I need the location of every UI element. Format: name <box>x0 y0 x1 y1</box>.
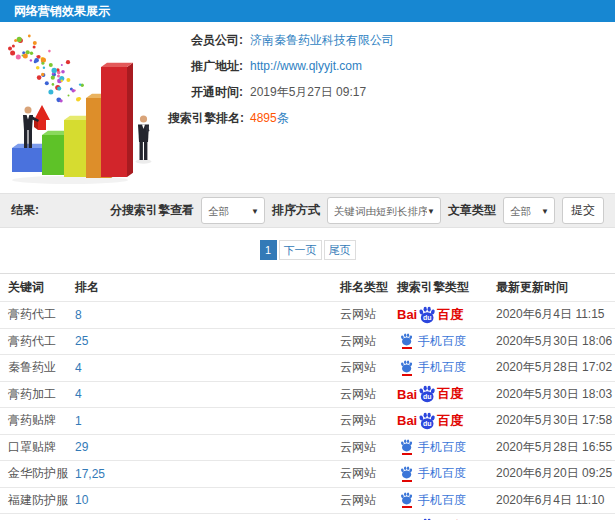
rank-type-cell: 云网站 <box>340 412 397 429</box>
baidu-mobile-logo: 手机百度 <box>400 465 466 482</box>
rank-cell: 25 <box>75 334 340 348</box>
rank-type-cell: 云网站 <box>340 492 397 509</box>
baidu-paw-icon: du <box>418 385 436 403</box>
baidu-mobile-label: 手机百度 <box>418 439 466 456</box>
submit-button[interactable]: 提交 <box>562 197 604 224</box>
rank-cell: 4 <box>75 361 340 375</box>
table-row: 膏药代工 8 云网站 Bai du 百度 2020年6月4日 11:15 <box>0 302 615 329</box>
rank-cell: 8 <box>75 308 340 322</box>
rank-link[interactable]: 17,25 <box>75 467 105 481</box>
pagination: 1 下一页 尾页 <box>0 240 615 260</box>
engine-type-cell: Bai du 百度 <box>397 306 490 324</box>
summary-section: 会员公司: 济南秦鲁药业科技有限公司 推广地址: http://www.qlyy… <box>0 22 615 193</box>
article-type-select[interactable]: 全部 <box>504 198 554 223</box>
company-label: 会员公司: <box>168 32 243 49</box>
engine-type-cell: 手机百度 <box>397 492 490 509</box>
engine-type-cell: 手机百度 <box>397 465 490 482</box>
baidu-mobile-paw-icon <box>400 492 413 508</box>
rank-cell: 17,25 <box>75 467 340 481</box>
info-row-opentime: 开通时间: 2019年5月27日 09:17 <box>168 79 394 105</box>
update-time-cell: 2020年5月30日 18:06 <box>490 333 615 350</box>
baidu-paw-icon: du <box>418 306 436 324</box>
filter-controls: 分搜索引擎查看 全部 ▼ 排序方式 关键词由短到长排序 ▼ 文章类型 全部 ▼ … <box>110 197 604 224</box>
rank-count-number: 4895 <box>250 111 277 125</box>
update-time-cell: 2020年5月30日 18:03 <box>490 386 615 403</box>
table-row: 口罩贴牌 29 云网站 手机百度 2020年5月28日 16:55 <box>0 435 615 462</box>
engine-type-cell: 手机百度 <box>397 333 490 350</box>
baidu-pc-logo: Bai du 百度 <box>397 412 463 430</box>
baidu-mobile-label: 手机百度 <box>418 465 466 482</box>
result-label: 结果: <box>11 202 39 219</box>
promotion-url-link[interactable]: http://www.qlyyjt.com <box>250 59 362 73</box>
rank-type-cell: 云网站 <box>340 465 397 482</box>
url-label: 推广地址: <box>168 58 243 75</box>
engine-type-cell: 手机百度 <box>397 439 490 456</box>
update-time-cell: 2020年6月4日 11:15 <box>490 306 615 323</box>
baidu-mobile-label: 手机百度 <box>418 333 466 350</box>
keyword-cell: 秦鲁药业 <box>8 359 75 376</box>
table-header-row: 关键词 排名 排名类型 搜索引擎类型 最新更新时间 <box>0 273 615 302</box>
baidu-mobile-paw-icon <box>400 466 413 482</box>
keyword-cell: 福建防护服 <box>8 492 75 509</box>
rank-type-cell: 云网站 <box>340 386 397 403</box>
up-arrow <box>34 105 50 130</box>
company-info: 会员公司: 济南秦鲁药业科技有限公司 推广地址: http://www.qlyy… <box>168 27 394 131</box>
rank-link[interactable]: 29 <box>75 440 88 454</box>
update-time-cell: 2020年6月20日 09:25 <box>490 465 615 482</box>
rank-link[interactable]: 4 <box>75 361 82 375</box>
last-page-button[interactable]: 尾页 <box>324 240 356 260</box>
rankcount-value: 4895条 <box>250 110 289 127</box>
rank-link[interactable]: 1 <box>75 414 82 428</box>
baidu-mobile-paw-icon <box>400 333 413 349</box>
col-header-keyword: 关键词 <box>8 279 75 296</box>
table-row: 福建防护服 10 云网站 手机百度 2020年6月4日 11:10 <box>0 488 615 515</box>
update-time-cell: 2020年5月28日 16:55 <box>490 439 615 456</box>
rank-link[interactable]: 10 <box>75 493 88 507</box>
baidu-mobile-label: 手机百度 <box>418 359 466 376</box>
rank-cell: 10 <box>75 493 340 507</box>
rank-cell: 4 <box>75 387 340 401</box>
engine-type-cell: Bai du 百度 <box>397 412 490 430</box>
engine-type-cell: 手机百度 <box>397 359 490 376</box>
rank-link[interactable]: 25 <box>75 334 88 348</box>
rank-link[interactable]: 4 <box>75 387 82 401</box>
opentime-value: 2019年5月27日 09:17 <box>250 84 366 101</box>
engine-type-cell: Bai du 百度 <box>397 385 490 403</box>
table-row: 秦鲁药业 4 云网站 手机百度 2020年5月28日 17:02 <box>0 355 615 382</box>
baidu-paw-icon: du <box>418 412 436 430</box>
company-name-link[interactable]: 济南秦鲁药业科技有限公司 <box>250 32 394 49</box>
info-row-url: 推广地址: http://www.qlyyjt.com <box>168 53 394 79</box>
baidu-mobile-paw-icon <box>400 439 413 455</box>
article-type-label: 文章类型 <box>448 202 496 219</box>
rank-cell: 29 <box>75 440 340 454</box>
filter-bar: 结果: 分搜索引擎查看 全部 ▼ 排序方式 关键词由短到长排序 ▼ 文章类型 全… <box>0 193 615 228</box>
update-time-cell: 2020年5月30日 17:58 <box>490 412 615 429</box>
baidu-mobile-label: 手机百度 <box>418 492 466 509</box>
opentime-label: 开通时间: <box>168 84 243 101</box>
col-header-updatetime: 最新更新时间 <box>490 279 615 296</box>
baidu-mobile-logo: 手机百度 <box>400 492 466 509</box>
engine-filter-select[interactable]: 全部 <box>202 198 264 223</box>
results-table: 关键词 排名 排名类型 搜索引擎类型 最新更新时间 膏药代工 8 云网站 Bai… <box>0 273 615 520</box>
bar-chart-illustration <box>8 34 160 190</box>
top-header-bar: 网络营销效果展示 <box>0 0 615 22</box>
sort-select[interactable]: 关键词由短到长排序 <box>328 198 440 223</box>
rank-link[interactable]: 8 <box>75 308 82 322</box>
update-time-cell: 2020年5月28日 17:02 <box>490 359 615 376</box>
page-1-button[interactable]: 1 <box>260 240 277 260</box>
keyword-cell: 膏药贴牌 <box>8 412 75 429</box>
keyword-cell: 口罩贴牌 <box>8 439 75 456</box>
keyword-cell: 膏药加工 <box>8 386 75 403</box>
rank-type-cell: 云网站 <box>340 359 397 376</box>
col-header-enginetype: 搜索引擎类型 <box>397 279 490 296</box>
rank-cell: 1 <box>75 414 340 428</box>
baidu-mobile-logo: 手机百度 <box>400 333 466 350</box>
keyword-cell: 金华防护服 <box>8 465 75 482</box>
baidu-pc-logo: Bai du 百度 <box>397 385 463 403</box>
info-row-company: 会员公司: 济南秦鲁药业科技有限公司 <box>168 27 394 53</box>
businessman-right <box>136 115 152 163</box>
col-header-ranktype: 排名类型 <box>340 279 397 296</box>
next-page-button[interactable]: 下一页 <box>279 240 322 260</box>
rank-type-cell: 云网站 <box>340 333 397 350</box>
rank-type-cell: 云网站 <box>340 306 397 323</box>
